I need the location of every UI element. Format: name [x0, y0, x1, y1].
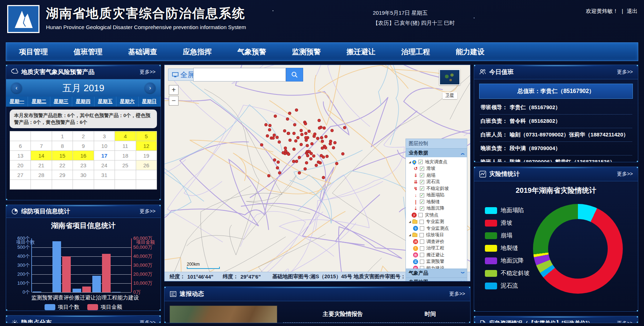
disaster-point[interactable] [298, 156, 301, 159]
map-container[interactable]: 全屏 + − 卫星 图层控制 [164, 65, 471, 281]
disaster-point[interactable] [292, 148, 296, 151]
layer-checkbox-综放项目[interactable] [420, 233, 424, 237]
calendar-day-12[interactable]: 12 [136, 141, 157, 151]
map-search-input[interactable] [193, 68, 286, 82]
nav-item-8[interactable]: 能力建设 [443, 47, 497, 57]
calendar-day-22[interactable]: 22 [52, 160, 73, 170]
disaster-point[interactable] [300, 129, 303, 132]
layer-checkbox-地面沉降[interactable]: ✓ [420, 206, 424, 211]
disaster-point[interactable] [286, 117, 289, 121]
layer-item-能力建设[interactable]: 能能力建设 [408, 265, 466, 269]
calendar-day-19[interactable]: 19 [136, 151, 157, 160]
disaster-point[interactable] [333, 141, 337, 144]
layer-checkbox-地面塌陷[interactable]: ✓ [420, 193, 424, 197]
logout-button[interactable]: 退出 [627, 8, 638, 15]
calendar-day-26[interactable]: 26 [136, 160, 157, 170]
calendar-day-17[interactable]: 17 [94, 151, 115, 160]
bar-legend-项目个数[interactable]: 项目个数 [45, 304, 79, 311]
disaster-point[interactable] [292, 132, 296, 135]
tree-caret[interactable]: ◢ [408, 220, 412, 223]
disaster-point[interactable] [300, 143, 303, 146]
layer-section-1[interactable]: 专题地图︾ [406, 278, 467, 281]
disaster-point[interactable] [273, 134, 276, 137]
disaster-point[interactable] [282, 151, 285, 154]
disaster-point[interactable] [316, 137, 319, 140]
zoom-out-button[interactable]: − [169, 96, 179, 106]
disaster-point[interactable] [304, 122, 307, 125]
disaster-point[interactable] [272, 136, 275, 140]
layer-item-搬迁避让[interactable]: 搬搬迁避让 [408, 252, 466, 259]
layer-item-专业监测[interactable]: ◢专业监测 [408, 219, 466, 225]
disaster-stats-more-link[interactable]: 更多>> [617, 171, 633, 177]
calendar-day-8[interactable]: 8 [52, 141, 73, 151]
disaster-point[interactable] [260, 143, 263, 146]
nav-item-2[interactable]: 基础调查 [115, 47, 170, 57]
nav-item-6[interactable]: 搬迁避让 [334, 47, 388, 57]
disaster-point[interactable] [277, 160, 280, 164]
disaster-point[interactable] [287, 132, 290, 135]
layer-checkbox-灾情点[interactable] [418, 213, 423, 217]
layer-section-business[interactable]: 业务数据 ︽ [406, 148, 467, 157]
disaster-point[interactable] [323, 126, 326, 130]
project-stats-more-link[interactable]: 更多>> [140, 208, 156, 215]
calendar-day-23[interactable]: 23 [73, 160, 94, 170]
calendar-day-14[interactable]: 14 [31, 151, 52, 160]
layer-checkbox-滑坡[interactable]: ✓ [420, 167, 424, 171]
layer-item-监测预警[interactable]: 监监测预警 [408, 259, 466, 265]
calendar-day-15[interactable]: 15 [52, 151, 73, 160]
calendar-day-4[interactable]: 4 [115, 131, 136, 141]
layer-item-崩塌[interactable]: ⇓✓崩塌 [408, 172, 466, 179]
disaster-point[interactable] [312, 135, 316, 138]
disaster-point[interactable] [274, 115, 277, 118]
layer-checkbox-崩塌[interactable]: ✓ [420, 173, 424, 177]
nav-item-0[interactable]: 项目管理 [6, 47, 61, 57]
nav-item-5[interactable]: 监测预警 [279, 47, 334, 57]
calendar-day-24[interactable]: 24 [94, 160, 115, 170]
donut-legend-地面沉降[interactable]: 地面沉降 [485, 257, 529, 265]
express-more-link[interactable]: 更多>> [449, 291, 465, 297]
layer-item-地裂缝[interactable]: ∣✓地裂缝 [408, 199, 466, 205]
calendar-day-28[interactable]: 28 [31, 170, 52, 180]
layer-checkbox-不稳定斜坡[interactable]: ✓ [420, 186, 424, 191]
map-search-button[interactable] [286, 68, 303, 82]
calendar-day-29[interactable]: 29 [52, 170, 73, 180]
calendar-day-18[interactable]: 18 [115, 151, 136, 160]
layer-checkbox-监测预警[interactable] [420, 260, 424, 264]
calendar-day-6[interactable]: 6 [10, 141, 31, 151]
donut-legend-崩塌[interactable]: 崩塌 [485, 232, 529, 239]
disaster-point[interactable] [288, 139, 292, 142]
layer-item-调查评价[interactable]: 调调查评价 [408, 238, 466, 245]
calendar-day-21[interactable]: 21 [31, 160, 52, 170]
minimap-toggle[interactable]: 卫星 [439, 69, 460, 99]
donut-legend-泥石流[interactable]: 泥石流 [485, 282, 529, 290]
disaster-point[interactable] [324, 146, 327, 149]
disaster-point[interactable] [320, 136, 323, 139]
calendar-day-25[interactable]: 25 [115, 160, 136, 170]
layer-item-泥石流[interactable]: ⇊✓泥石流 [408, 179, 466, 186]
layer-item-综放项目[interactable]: ◢综放项目 [408, 232, 466, 239]
disaster-point[interactable] [330, 129, 334, 132]
calendar-day-10[interactable]: 10 [94, 141, 115, 151]
disaster-point[interactable] [325, 155, 329, 158]
layer-item-地面塌陷[interactable]: ↓✓地面塌陷 [408, 192, 466, 199]
disaster-point[interactable] [321, 140, 324, 143]
layer-item-灾情点[interactable]: 灾灾情点 [408, 212, 466, 219]
calendar-day-20[interactable]: 20 [10, 160, 31, 170]
calendar-day-9[interactable]: 9 [73, 141, 94, 151]
donut-legend-不稳定斜坡[interactable]: 不稳定斜坡 [485, 270, 529, 277]
nav-item-3[interactable]: 应急指挥 [170, 47, 224, 57]
calendar-day-2[interactable]: 2 [73, 131, 94, 141]
layer-item-不稳定斜坡[interactable]: ↯✓不稳定斜坡 [408, 185, 466, 192]
layer-section-0[interactable]: 气象产品︾ [406, 269, 467, 278]
calendar-day-13[interactable]: 13 [10, 151, 31, 160]
disaster-point[interactable] [287, 153, 290, 156]
satellite-thumbnail[interactable] [439, 69, 460, 85]
donut-legend-滑坡[interactable]: 滑坡 [485, 219, 529, 227]
calendar-day-7[interactable]: 7 [31, 141, 52, 151]
disaster-point[interactable] [295, 160, 298, 163]
layer-item-专业监测点[interactable]: 专专业监测点 [408, 225, 466, 232]
donut-legend-地裂缝[interactable]: 地裂缝 [485, 244, 529, 252]
layer-item-地灾调查点[interactable]: ◢✓地灾调查点 [408, 159, 466, 166]
layer-checkbox-专业监测[interactable] [420, 220, 424, 224]
disaster-point[interactable] [268, 124, 272, 127]
